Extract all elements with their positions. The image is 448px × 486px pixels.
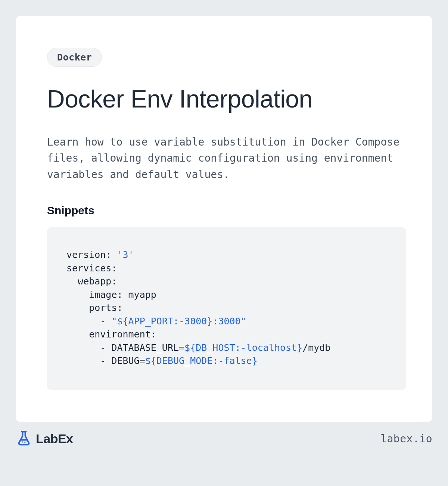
code-string: :3000" [212,316,246,327]
code-text: /mydb [302,342,330,353]
code-string: '3' [117,249,134,260]
code-variable: ${DB_HOST:-localhost} [184,342,302,353]
code-snippet: version: '3' services: webapp: image: my… [47,227,406,390]
code-text: - DEBUG= [66,355,145,366]
code-text: ports: [66,302,123,313]
flask-icon [16,430,32,448]
page-title: Docker Env Interpolation [47,85,406,113]
code-text: version: [66,249,117,260]
code-text: image: myapp [66,289,156,300]
code-text: services: [66,263,117,274]
code-text: - DATABASE_URL= [66,342,184,353]
snippets-heading: Snippets [47,204,406,217]
svg-point-0 [22,442,23,443]
brand-name: LabEx [36,432,73,446]
code-text: webapp: [66,276,117,287]
svg-point-1 [24,442,25,443]
site-url: labex.io [380,433,432,445]
page-description: Learn how to use variable substitution i… [47,134,405,183]
footer: LabEx labex.io [16,429,432,449]
brand-logo: LabEx [16,430,73,448]
code-variable: ${DEBUG_MODE:-false} [145,355,258,366]
content-card: Docker Docker Env Interpolation Learn ho… [16,16,432,422]
code-string: " [111,316,117,327]
code-variable: ${APP_PORT:-3000} [117,316,212,327]
category-tag: Docker [47,48,102,67]
code-text: - [66,316,111,327]
code-text: environment: [66,329,156,340]
